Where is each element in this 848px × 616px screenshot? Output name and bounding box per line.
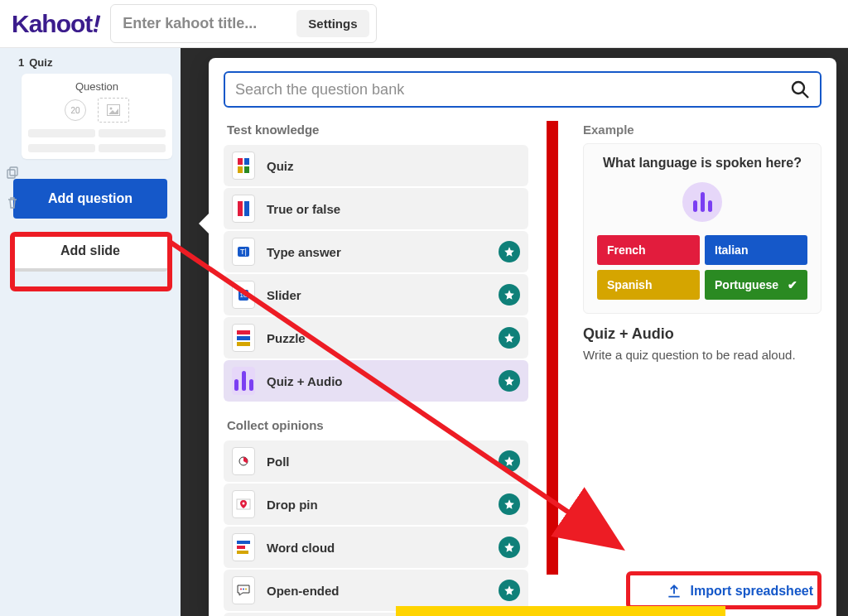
main-area: 1 Quiz Question 20 Add question A	[0, 48, 848, 616]
kahoot-title-input[interactable]	[123, 15, 288, 32]
example-column: Example What language is spoken here? Fr…	[576, 123, 822, 603]
true-false-icon	[232, 195, 255, 223]
slide-index: 1	[18, 56, 24, 69]
thumb-answer-placeholders	[28, 129, 166, 137]
collect-opinions-list: Poll Drop pin Word cloud	[224, 440, 528, 616]
qtype-puzzle[interactable]: Puzzle	[224, 317, 528, 359]
kahoot-logo: Kahoot!	[12, 10, 100, 38]
slide-thumbnail[interactable]: Question 20	[22, 74, 172, 159]
import-spreadsheet-link[interactable]: Import spreadsheet	[666, 583, 813, 599]
qtype-label: Open-ended	[267, 584, 340, 598]
qtype-quiz[interactable]: Quiz	[224, 145, 528, 186]
drop-pin-icon	[232, 490, 255, 518]
example-answers-grid: French Italian Spanish Portuguese✔	[597, 235, 807, 300]
qtype-label: Quiz	[267, 159, 294, 173]
svg-point-8	[243, 503, 245, 505]
qtype-label: Type answer	[267, 245, 341, 259]
image-placeholder-icon	[98, 98, 129, 123]
example-answer: Spanish	[597, 270, 700, 300]
question-bank-search-input[interactable]	[235, 81, 783, 99]
test-knowledge-list: Quiz True or false T| Type answer 10	[224, 145, 528, 402]
question-type-column: Test knowledge Quiz True or false T| T	[224, 123, 528, 603]
quiz-audio-icon	[232, 367, 255, 395]
premium-star-icon	[499, 370, 520, 392]
premium-star-icon	[499, 537, 520, 558]
example-heading: Example	[583, 123, 822, 137]
answer-text: Spanish	[607, 278, 652, 291]
delete-slide-icon[interactable]	[3, 194, 22, 212]
qtype-poll[interactable]: Poll	[224, 440, 528, 482]
qtype-label: Poll	[267, 455, 290, 469]
example-card: What language is spoken here? French Ita…	[583, 143, 822, 314]
qtype-label: Slider	[267, 288, 301, 302]
open-ended-icon	[232, 576, 255, 604]
svg-point-4	[793, 82, 804, 94]
svg-point-9	[240, 589, 242, 590]
qtype-label: Quiz + Audio	[267, 374, 343, 388]
thumb-time-limit: 20	[65, 99, 86, 121]
preview-title: Quiz + Audio	[583, 325, 822, 343]
preview-description: Write a quiz question to be read aloud.	[583, 348, 822, 362]
example-answer: Italian	[705, 235, 807, 265]
qtype-drop-pin[interactable]: Drop pin	[224, 484, 528, 525]
svg-line-5	[802, 92, 808, 98]
qtype-label: Drop pin	[267, 498, 318, 512]
checkmark-icon: ✔	[788, 278, 797, 291]
example-question-text: What language is spoken here?	[597, 156, 807, 171]
premium-star-icon	[499, 241, 520, 262]
poll-icon	[232, 447, 255, 475]
slides-sidebar: 1 Quiz Question 20 Add question A	[0, 48, 181, 616]
question-bank-search-wrap	[224, 71, 822, 108]
example-answer: French	[597, 235, 700, 265]
slide-type: Quiz	[29, 56, 52, 69]
add-slide-button[interactable]: Add slide	[13, 233, 167, 272]
premium-star-icon	[499, 450, 520, 472]
add-question-button[interactable]: Add question	[13, 179, 167, 219]
word-cloud-icon	[232, 533, 255, 561]
qtype-open-ended[interactable]: Open-ended	[224, 570, 528, 611]
top-bar: Kahoot! Settings	[0, 0, 848, 48]
answer-text: French	[607, 243, 646, 257]
premium-star-icon	[499, 284, 520, 306]
answer-text: Portuguese	[715, 278, 778, 291]
svg-point-1	[110, 108, 113, 110]
thumb-question-label: Question	[28, 80, 166, 93]
qtype-label: True or false	[267, 202, 340, 216]
premium-star-icon	[499, 493, 520, 515]
slide-action-icons	[3, 164, 22, 212]
svg-rect-3	[10, 167, 17, 176]
annotation-vertical-bar	[547, 121, 558, 575]
qtype-label: Puzzle	[267, 331, 306, 345]
import-link-label: Import spreadsheet	[691, 584, 813, 599]
qtype-slider[interactable]: 10 Slider	[224, 274, 528, 315]
section-title-collect-opinions: Collect opinions	[227, 418, 528, 432]
svg-point-11	[245, 589, 247, 590]
svg-rect-2	[7, 170, 15, 178]
qtype-type-answer[interactable]: T| Type answer	[224, 231, 528, 272]
premium-star-icon	[499, 327, 520, 349]
type-answer-icon: T|	[232, 238, 255, 266]
title-container: Settings	[110, 4, 376, 43]
answer-text: Italian	[715, 243, 748, 257]
search-icon[interactable]	[790, 79, 810, 99]
example-answer: Portuguese✔	[705, 270, 807, 300]
section-title-test-knowledge: Test knowledge	[227, 123, 528, 137]
qtype-true-false[interactable]: True or false	[224, 188, 528, 229]
svg-point-10	[243, 589, 244, 590]
add-question-popover: Test knowledge Quiz True or false T| T	[209, 58, 836, 616]
logo-text: Kahoot	[12, 10, 92, 37]
slider-icon: 10	[232, 281, 255, 309]
puzzle-icon	[232, 324, 255, 352]
qtype-quiz-audio[interactable]: Quiz + Audio	[224, 360, 528, 402]
quiz-icon	[232, 152, 255, 180]
duplicate-slide-icon[interactable]	[3, 164, 22, 182]
premium-star-icon	[499, 580, 520, 601]
qtype-word-cloud[interactable]: Word cloud	[224, 527, 528, 568]
thumb-answer-placeholders	[28, 144, 166, 152]
upload-icon	[666, 583, 682, 599]
decorative-yellow-strip	[396, 606, 725, 616]
qtype-label: Word cloud	[267, 541, 335, 555]
audio-waveform-icon	[682, 182, 722, 222]
editor-stage: Test knowledge Quiz True or false T| T	[181, 48, 848, 616]
settings-button[interactable]: Settings	[296, 10, 369, 37]
